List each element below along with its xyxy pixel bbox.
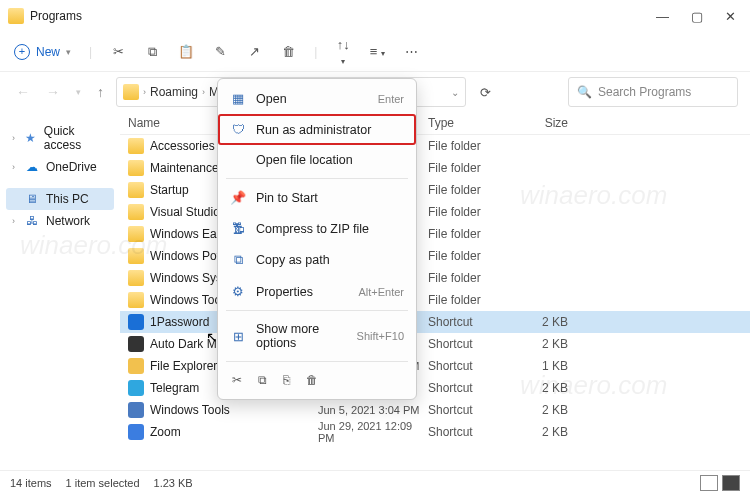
selection-status: 1 item selected (66, 477, 140, 489)
menu-item-pin-to-start[interactable]: 📌Pin to Start (218, 182, 416, 213)
file-row[interactable]: Auto Dark ModeShortcut2 KB (120, 333, 750, 355)
search-input[interactable]: 🔍 Search Programs (568, 77, 738, 107)
file-row[interactable]: StartupFile folder (120, 179, 750, 201)
file-row[interactable]: Windows Ease of AccessFile folder (120, 223, 750, 245)
file-row[interactable]: Windows PowerShellFile folder (120, 245, 750, 267)
col-type[interactable]: Type (428, 116, 508, 130)
view-toggle[interactable] (700, 475, 740, 491)
sidebar-item-label: This PC (46, 192, 89, 206)
up-button[interactable]: ↑ (93, 84, 108, 100)
app-icon (128, 424, 144, 440)
menu-shortcut: Alt+Enter (358, 286, 404, 298)
file-row[interactable]: Windows ToolsJun 5, 2021 3:04 PMShortcut… (120, 399, 750, 421)
sort-icon[interactable]: ↑↓ ▾ (335, 37, 351, 67)
file-type: File folder (428, 227, 508, 241)
back-button[interactable]: ← (12, 84, 34, 100)
menu-label: Show more options (256, 322, 347, 350)
file-name: Windows Tools (150, 403, 230, 417)
breadcrumb[interactable]: Roaming (150, 85, 198, 99)
delete-icon[interactable]: 🗑 (280, 44, 296, 59)
file-name: Accessories (150, 139, 215, 153)
icons-view-icon[interactable] (722, 475, 740, 491)
file-row[interactable]: Visual Studio CodeFile folder (120, 201, 750, 223)
cloud-icon: ☁ (26, 160, 40, 174)
forward-button[interactable]: → (42, 84, 64, 100)
file-row[interactable]: AccessoriesFile folder (120, 135, 750, 157)
new-button[interactable]: + New ▾ (14, 44, 71, 60)
maximize-button[interactable]: ▢ (691, 9, 703, 24)
more-icon[interactable]: ⋯ (403, 44, 419, 59)
file-row[interactable]: Windows SystemFile folder (120, 267, 750, 289)
menu-item-open[interactable]: ▦OpenEnter (218, 83, 416, 114)
app-icon (128, 358, 144, 374)
menu-icon: ⚙ (230, 284, 246, 299)
folder-icon (128, 226, 144, 242)
copy-icon[interactable]: ⧉ (144, 44, 160, 60)
menu-quick-actions: ✂⧉⎘🗑 (218, 365, 416, 395)
menu-label: Run as administrator (256, 123, 404, 137)
file-size: 2 KB (508, 425, 568, 439)
window-title: Programs (30, 9, 82, 23)
cut-icon[interactable]: ✂ (110, 44, 126, 59)
file-date: Jun 29, 2021 12:09 PM (318, 420, 428, 444)
net-icon: 🖧 (26, 214, 40, 228)
cut-icon[interactable]: ✂ (232, 373, 242, 387)
col-size[interactable]: Size (508, 116, 568, 130)
folder-icon (128, 138, 144, 154)
menu-label: Compress to ZIP file (256, 222, 404, 236)
file-row[interactable]: TelegramJun 29, 2021 11:49 AMShortcut2 K… (120, 377, 750, 399)
paste-icon[interactable]: 📋 (178, 44, 194, 59)
sidebar-item-network[interactable]: ›🖧Network (6, 210, 114, 232)
recent-button[interactable]: ▾ (72, 87, 85, 97)
column-headers[interactable]: Name Type Size (120, 112, 750, 135)
chevron-down-icon[interactable]: ⌄ (451, 87, 459, 98)
menu-item-show-more-options[interactable]: ⊞Show more optionsShift+F10 (218, 314, 416, 358)
file-row[interactable]: ZoomJun 29, 2021 12:09 PMShortcut2 KB (120, 421, 750, 443)
view-icon[interactable]: ≡ ▾ (369, 44, 385, 59)
sidebar-item-label: OneDrive (46, 160, 97, 174)
sidebar-item-onedrive[interactable]: ›☁OneDrive (6, 156, 114, 178)
share-icon[interactable]: ↗ (246, 44, 262, 59)
file-row[interactable]: Windows ToolsFile folder (120, 289, 750, 311)
menu-item-run-as-administrator[interactable]: 🛡Run as administrator (218, 114, 416, 145)
close-button[interactable]: ✕ (725, 9, 736, 24)
file-row[interactable]: 1PasswordShortcut2 KB (120, 311, 750, 333)
rename-icon[interactable]: ✎ (212, 44, 228, 59)
sidebar-item-this-pc[interactable]: 🖥This PC (6, 188, 114, 210)
menu-icon: 🗜 (230, 221, 246, 236)
file-name: Telegram (150, 381, 199, 395)
menu-separator (226, 310, 408, 311)
expand-icon: › (12, 216, 20, 226)
file-name: Startup (150, 183, 189, 197)
folder-icon (128, 292, 144, 308)
minimize-button[interactable]: — (656, 9, 669, 24)
file-type: Shortcut (428, 425, 508, 439)
file-row[interactable]: MaintenanceFile folder (120, 157, 750, 179)
context-menu: ▦OpenEnter🛡Run as administratorOpen file… (217, 78, 417, 400)
menu-icon: 📌 (230, 190, 246, 205)
chevron-right-icon: › (202, 87, 205, 97)
menu-icon: ⧉ (230, 252, 246, 268)
menu-item-properties[interactable]: ⚙PropertiesAlt+Enter (218, 276, 416, 307)
folder-icon (8, 8, 24, 24)
chevron-down-icon: ▾ (66, 47, 71, 57)
menu-item-compress-to-zip-file[interactable]: 🗜Compress to ZIP file (218, 213, 416, 244)
menu-icon: ▦ (230, 91, 246, 106)
file-row[interactable]: File ExplorerJun 5, 2021 3:04 PMShortcut… (120, 355, 750, 377)
file-type: Shortcut (428, 381, 508, 395)
menu-item-copy-as-path[interactable]: ⧉Copy as path (218, 244, 416, 276)
file-list-pane: Name Type Size AccessoriesFile folderMai… (120, 112, 750, 470)
file-name: Zoom (150, 425, 181, 439)
menu-item-open-file-location[interactable]: Open file location (218, 145, 416, 175)
file-type: File folder (428, 139, 508, 153)
status-bar: 14 items 1 item selected 1.23 KB (0, 470, 750, 494)
delete-icon[interactable]: 🗑 (306, 373, 318, 387)
menu-label: Pin to Start (256, 191, 404, 205)
copy-icon[interactable]: ⧉ (258, 373, 267, 387)
details-view-icon[interactable] (700, 475, 718, 491)
rename-icon[interactable]: ⎘ (283, 373, 290, 387)
sidebar-item-quick-access[interactable]: ›★Quick access (6, 120, 114, 156)
refresh-button[interactable]: ⟳ (474, 85, 497, 100)
menu-separator (226, 178, 408, 179)
folder-icon (128, 204, 144, 220)
